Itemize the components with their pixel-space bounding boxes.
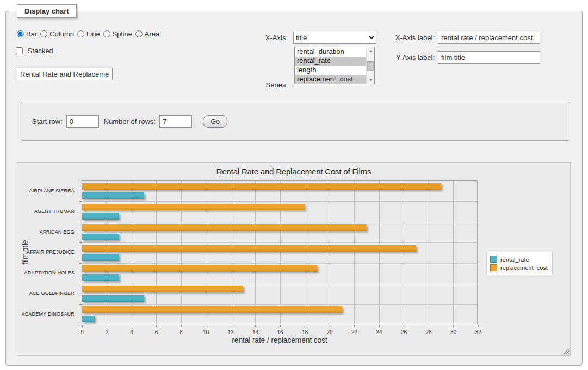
x-tick-mark <box>255 325 256 327</box>
x-tick-mark <box>156 325 157 327</box>
scrollbar-up-icon[interactable]: ▲ <box>367 47 375 55</box>
bar-rental_rate-african-egg <box>82 234 119 240</box>
category-label: AFRICAN EGG <box>17 222 78 242</box>
resize-handle-icon[interactable] <box>563 348 570 355</box>
x-axis-select[interactable]: title <box>293 32 376 44</box>
category-label: ADAPTATION HOLES <box>17 262 78 283</box>
stacked-checkbox[interactable] <box>16 47 23 54</box>
chart-type-label: Area <box>145 30 159 38</box>
gridline <box>231 181 231 324</box>
legend-swatch <box>490 264 497 271</box>
x-tick-mark <box>453 325 454 327</box>
x-axis-select-label: X-Axis: <box>242 34 288 42</box>
x-tick-label: 2 <box>96 329 118 335</box>
legend-item-rental_rate: rental_rate <box>490 256 548 263</box>
series-option-replacement_cost[interactable]: replacement_cost <box>295 75 366 84</box>
y-tick-mark <box>79 242 82 243</box>
x-tick-mark <box>478 325 479 327</box>
gridline <box>82 304 477 305</box>
series-option-length[interactable]: length <box>295 66 366 75</box>
x-tick-label: 12 <box>220 329 242 335</box>
x-tick-label: 30 <box>443 329 465 335</box>
x-tick-mark <box>231 325 231 327</box>
go-button[interactable]: Go <box>203 115 227 128</box>
x-tick-label: 26 <box>393 329 415 335</box>
y-tick-mark <box>79 222 82 222</box>
y-tick-mark <box>79 284 82 284</box>
x-tick-mark <box>82 325 83 327</box>
chart-type-label: Bar <box>26 30 37 38</box>
legend-label: replacement_cost <box>500 265 548 271</box>
bar-replacement_cost-agent-truman <box>82 204 305 210</box>
chart-type-option-line[interactable]: Line <box>77 30 100 38</box>
gridline <box>82 242 477 243</box>
bar-rental_rate-agent-truman <box>82 213 119 220</box>
x-tick-label: 0 <box>71 329 93 335</box>
gridline <box>354 181 355 324</box>
chart-type-radio-bar[interactable] <box>17 30 24 37</box>
x-axis-label-input[interactable] <box>438 32 540 44</box>
y-tick-mark <box>79 263 82 264</box>
series-option-rental_rate[interactable]: rental_rate <box>295 57 366 66</box>
series-scrollbar[interactable]: ▲ ▼ <box>366 47 374 84</box>
plot-area: 02468101214161820222426283032 <box>82 180 478 324</box>
scrollbar-down-icon[interactable]: ▼ <box>367 76 375 84</box>
bar-rental_rate-affair-prejudice <box>82 254 119 261</box>
x-tick-label: 28 <box>418 329 440 335</box>
gridline <box>132 181 132 324</box>
bar-rental_rate-academy-dinosaur <box>82 316 95 322</box>
legend-label: rental_rate <box>500 256 529 263</box>
gridline <box>206 181 206 324</box>
x-tick-mark <box>379 325 380 327</box>
x-tick-mark <box>354 325 355 327</box>
chart-title: Rental Rate and Replacement Cost of Film… <box>17 167 570 176</box>
bar-rental_rate-adaptation-holes <box>82 274 119 281</box>
y-tick-mark <box>79 181 82 181</box>
stacked-option[interactable]: Stacked <box>16 47 53 55</box>
gridline <box>82 263 477 264</box>
series-option-rental_duration[interactable]: rental_duration <box>295 47 366 57</box>
chart-legend: rental_ratereplacement_cost <box>486 252 553 275</box>
bar-rental_rate-airplane-sierra <box>82 192 144 199</box>
y-tick-mark <box>79 304 82 305</box>
chart-type-radio-line[interactable] <box>77 30 84 37</box>
x-tick-mark <box>305 325 305 327</box>
legend-swatch <box>490 256 497 263</box>
gridline <box>404 181 404 324</box>
gridline <box>255 181 256 324</box>
bar-replacement_cost-african-egg <box>82 224 367 231</box>
scrollbar-thumb[interactable] <box>367 61 374 71</box>
chart-type-radio-column[interactable] <box>40 30 47 37</box>
chart-type-option-column[interactable]: Column <box>40 30 74 38</box>
chart-type-radio-spline[interactable] <box>103 30 110 37</box>
chart-type-option-area[interactable]: Area <box>135 30 159 38</box>
bar-replacement_cost-airplane-sierra <box>82 183 441 190</box>
gridline <box>330 181 330 324</box>
gridline <box>429 181 429 324</box>
x-axis-label-caption: X-Axis label: <box>388 34 435 42</box>
y-axis-label-input[interactable] <box>438 51 540 64</box>
gridline <box>82 201 477 202</box>
x-tick-label: 4 <box>121 329 143 335</box>
chart-type-radio-area[interactable] <box>135 30 143 37</box>
gridline <box>379 181 380 324</box>
x-tick-mark <box>132 325 132 327</box>
x-tick-label: 6 <box>146 329 168 335</box>
chart-type-option-bar[interactable]: Bar <box>17 30 37 38</box>
gridline <box>82 284 477 284</box>
start-row-input[interactable] <box>66 115 99 128</box>
series-listbox[interactable]: rental_durationrental_ratelengthreplacem… <box>294 47 375 84</box>
gridline <box>181 181 182 324</box>
x-tick-label: 32 <box>467 329 489 335</box>
num-rows-label: Number of rows: <box>104 117 156 126</box>
x-tick-label: 18 <box>294 329 316 335</box>
series-listbox-options: rental_durationrental_ratelengthreplacem… <box>295 47 366 84</box>
num-rows-input[interactable] <box>159 115 192 128</box>
x-tick-mark <box>206 325 206 327</box>
chart-type-option-spline[interactable]: Spline <box>103 30 132 38</box>
chart-title-input[interactable] <box>17 68 113 80</box>
y-tick-mark <box>79 325 82 325</box>
chart-container: Rental Rate and Replacement Cost of Film… <box>17 162 571 356</box>
x-tick-mark <box>429 325 429 327</box>
gridline <box>305 181 305 324</box>
